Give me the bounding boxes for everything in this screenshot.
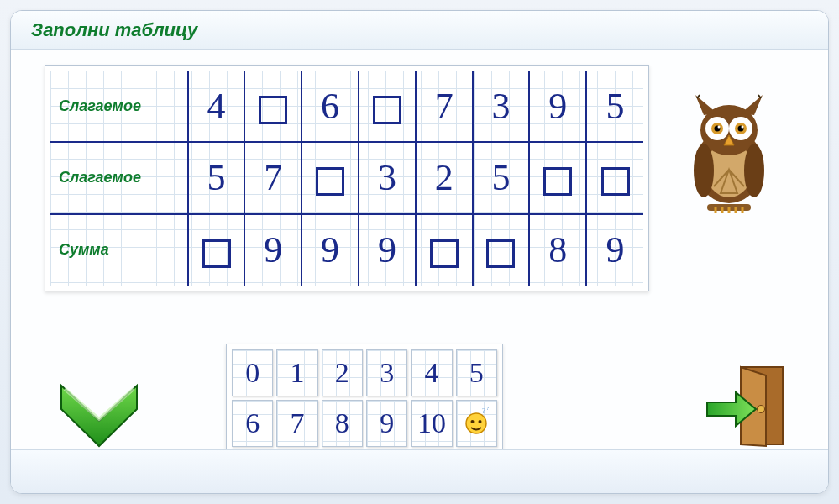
row-label: Слагаемое: [50, 71, 188, 142]
app-window: Заполни таблицу Слагаемое467395Слагаемое…: [10, 10, 829, 494]
footer-strip: [11, 449, 828, 493]
number-tile-5[interactable]: 5: [456, 349, 497, 396]
svg-point-11: [694, 144, 714, 197]
value-cell: 6: [302, 71, 359, 142]
blank-box-icon: [601, 167, 630, 196]
blank-cell[interactable]: [359, 71, 416, 142]
value-cell: 4: [188, 71, 245, 142]
blank-cell[interactable]: [473, 214, 530, 286]
svg-point-9: [717, 126, 720, 129]
svg-text:?: ?: [482, 407, 485, 415]
blank-cell[interactable]: [416, 214, 473, 286]
number-tile-8[interactable]: 8: [322, 400, 363, 447]
page-title: Заполни таблицу: [31, 19, 197, 41]
table-row: Сумма99989: [50, 214, 643, 286]
hint-tile[interactable]: ??: [456, 400, 497, 447]
row-label: Сумма: [50, 214, 188, 286]
row-label: Слагаемое: [50, 142, 188, 213]
svg-point-10: [741, 126, 743, 129]
value-cell: 3: [359, 142, 416, 213]
titlebar: Заполни таблицу: [11, 11, 828, 50]
value-cell: 9: [529, 71, 586, 142]
math-table: Слагаемое467395Слагаемое57325Сумма99989: [50, 71, 643, 286]
check-button[interactable]: [53, 369, 145, 452]
blank-cell[interactable]: [586, 142, 643, 213]
blank-cell[interactable]: [188, 214, 245, 286]
blank-box-icon: [316, 167, 344, 196]
svg-text:?: ?: [486, 407, 489, 412]
blank-box-icon: [202, 239, 231, 268]
number-tile-10[interactable]: 10: [411, 400, 452, 447]
value-cell: 9: [244, 214, 302, 286]
svg-point-12: [744, 144, 764, 197]
number-tile-9[interactable]: 9: [366, 400, 407, 447]
value-cell: 3: [473, 71, 530, 142]
blank-box-icon: [259, 96, 287, 124]
owl-mascot-icon: [679, 90, 779, 219]
svg-point-16: [479, 420, 482, 423]
value-cell: 8: [529, 214, 586, 286]
value-cell: 5: [473, 142, 530, 213]
table-row: Слагаемое467395: [50, 71, 643, 142]
number-tile-4[interactable]: 4: [411, 349, 452, 396]
number-tile-3[interactable]: 3: [366, 349, 407, 396]
value-cell: 9: [302, 214, 359, 286]
number-tile-2[interactable]: 2: [322, 349, 363, 396]
svg-point-20: [758, 406, 765, 413]
value-cell: 7: [244, 142, 302, 213]
value-cell: 9: [586, 214, 643, 286]
exit-button[interactable]: [702, 360, 794, 456]
svg-point-15: [471, 420, 475, 423]
value-cell: 2: [416, 142, 473, 213]
number-tile-6[interactable]: 6: [232, 400, 273, 447]
blank-box-icon: [486, 239, 515, 268]
number-tile-0[interactable]: 0: [232, 349, 273, 396]
number-tile-1[interactable]: 1: [276, 349, 317, 396]
number-tile-7[interactable]: 7: [276, 400, 317, 447]
table-row: Слагаемое57325: [50, 142, 643, 213]
blank-box-icon: [373, 96, 401, 124]
blank-cell[interactable]: [244, 71, 302, 142]
value-cell: 9: [359, 214, 416, 286]
number-palette: 012345678910??: [226, 344, 503, 453]
blank-box-icon: [543, 167, 572, 196]
math-table-panel: Слагаемое467395Слагаемое57325Сумма99989: [45, 65, 649, 291]
blank-box-icon: [430, 239, 459, 268]
content-area: Слагаемое467395Слагаемое57325Сумма99989: [11, 50, 828, 444]
hint-smiley-icon: ??: [462, 407, 490, 441]
value-cell: 5: [586, 71, 643, 142]
value-cell: 7: [416, 71, 473, 142]
blank-cell[interactable]: [529, 142, 586, 213]
blank-cell[interactable]: [302, 142, 359, 213]
value-cell: 5: [188, 142, 245, 213]
